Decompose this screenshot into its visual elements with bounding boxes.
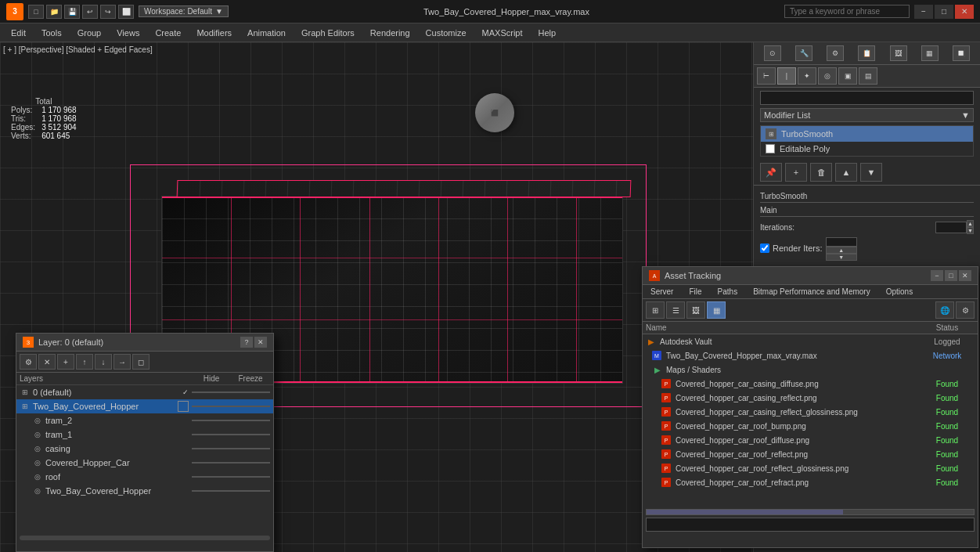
asset-btn-1[interactable]: ⊞ bbox=[646, 301, 665, 319]
object-name-input[interactable]: casing bbox=[760, 91, 974, 105]
redo-btn[interactable]: ↪ bbox=[100, 5, 116, 19]
mod-tool-4[interactable]: ◎ bbox=[818, 67, 837, 85]
asset-row-main-file[interactable]: M Two_Bay_Covered_Hopper_max_vray.max Ne… bbox=[643, 348, 978, 363]
maximize-button[interactable]: □ bbox=[935, 5, 953, 19]
asset-row-casing-diffuse[interactable]: P Covered_hopper_car_casing_diffuse.png … bbox=[643, 377, 978, 391]
rp-icon-3[interactable]: ⚙ bbox=[827, 45, 844, 61]
mod-tool-1[interactable]: ⊢ bbox=[757, 67, 776, 85]
layer-scrollbar[interactable] bbox=[20, 536, 270, 540]
mod-checkbox-ep[interactable] bbox=[766, 144, 775, 153]
menu-maxscript[interactable]: MAXScript bbox=[474, 27, 531, 39]
layer-item-twobay[interactable]: ⊞ Two_Bay_Covered_Hopper bbox=[16, 399, 273, 413]
new-btn[interactable]: □ bbox=[28, 5, 44, 19]
layer-tool-add[interactable]: + bbox=[57, 354, 74, 370]
asset-menu-file[interactable]: File bbox=[681, 285, 709, 298]
layer-tool-delete[interactable]: ✕ bbox=[38, 354, 56, 370]
open-btn[interactable]: 📁 bbox=[46, 5, 62, 19]
iter-up[interactable]: ▲ bbox=[967, 220, 974, 227]
layer-item-covered-hopper[interactable]: ◎ Covered_Hopper_Car bbox=[16, 456, 273, 470]
asset-min-btn[interactable]: − bbox=[931, 270, 943, 281]
menu-help[interactable]: Help bbox=[531, 27, 564, 39]
layer-tool-up[interactable]: ↑ bbox=[76, 354, 93, 370]
asset-row-casing-reflect[interactable]: P Covered_hopper_car_casing_reflect.png … bbox=[643, 391, 978, 405]
layer-tool-move[interactable]: → bbox=[113, 354, 131, 370]
pin-btn[interactable]: 📌 bbox=[760, 163, 782, 182]
rp-icon-6[interactable]: ▦ bbox=[921, 45, 939, 61]
ri-up[interactable]: ▲ bbox=[826, 247, 857, 254]
layer-tool-settings[interactable]: ⚙ bbox=[20, 354, 37, 370]
layer-help-btn[interactable]: ? bbox=[240, 337, 253, 348]
asset-menu-bitmap[interactable]: Bitmap Performance and Memory bbox=[745, 285, 878, 298]
mod-tool-2[interactable]: | bbox=[777, 67, 796, 85]
workspace-selector[interactable]: Workspace: Default ▼ bbox=[139, 5, 229, 17]
render-iters-checkbox[interactable] bbox=[760, 244, 769, 253]
menu-views[interactable]: Views bbox=[109, 27, 147, 39]
asset-row-vault[interactable]: ▶ Autodesk Vault Logged bbox=[643, 334, 978, 348]
mod-tool-6[interactable]: ▤ bbox=[859, 67, 877, 85]
render-iters-input[interactable]: 1 bbox=[826, 237, 857, 247]
select-btn[interactable]: ⬜ bbox=[118, 5, 134, 19]
layer-item-twobay-sub[interactable]: ◎ Two_Bay_Covered_Hopper bbox=[16, 484, 273, 498]
mod-tool-5[interactable]: ▣ bbox=[838, 67, 857, 85]
layer-item-casing[interactable]: ◎ casing bbox=[16, 442, 273, 456]
layer-item-tram1[interactable]: ◎ tram_1 bbox=[16, 428, 273, 442]
move-up-btn[interactable]: ▲ bbox=[835, 163, 857, 182]
asset-row-maps[interactable]: ▶ Maps / Shaders bbox=[643, 363, 978, 377]
rp-icon-7[interactable]: 🔲 bbox=[953, 45, 970, 61]
save-btn[interactable]: 💾 bbox=[64, 5, 80, 19]
minimize-button[interactable]: − bbox=[914, 5, 933, 19]
layer-tool-dn[interactable]: ↓ bbox=[95, 354, 112, 370]
iterations-spinbox[interactable]: 0 ▲ ▼ bbox=[935, 220, 974, 234]
asset-row-roof-bump[interactable]: P Covered_hopper_car_roof_bump.png Found bbox=[643, 419, 978, 433]
ri-dn[interactable]: ▼ bbox=[826, 254, 857, 261]
modifier-list-header[interactable]: Modifier List ▼ bbox=[760, 108, 974, 122]
rp-icon-4[interactable]: 📋 bbox=[858, 45, 875, 61]
rp-icon-2[interactable]: 🔧 bbox=[795, 45, 812, 61]
asset-close-btn[interactable]: ✕ bbox=[959, 270, 971, 281]
asset-btn-4[interactable]: ▦ bbox=[707, 301, 726, 319]
modifier-editable-poly[interactable]: Editable Poly bbox=[761, 142, 973, 156]
undo-btn[interactable]: ↩ bbox=[82, 5, 98, 19]
rp-icon-1[interactable]: ⊙ bbox=[764, 45, 781, 61]
menu-create[interactable]: Create bbox=[147, 27, 189, 39]
add-btn[interactable]: + bbox=[785, 163, 807, 182]
search-input[interactable] bbox=[784, 5, 910, 18]
menu-group[interactable]: Group bbox=[70, 27, 110, 39]
asset-row-roof-refract[interactable]: P Covered_hopper_car_roof_refract.png Fo… bbox=[643, 475, 978, 489]
asset-btn-2[interactable]: ☰ bbox=[666, 301, 685, 319]
asset-menu-paths[interactable]: Paths bbox=[710, 285, 746, 298]
layer-tool-select[interactable]: ◻ bbox=[132, 354, 150, 370]
layer-item-roof[interactable]: ◎ roof bbox=[16, 470, 273, 484]
asset-btn-r2[interactable]: ⚙ bbox=[956, 301, 975, 319]
menu-customize[interactable]: Customize bbox=[418, 27, 474, 39]
mod-tool-3[interactable]: ✦ bbox=[798, 67, 816, 85]
asset-row-roof-reflect[interactable]: P Covered_hopper_car_roof_reflect.png Fo… bbox=[643, 447, 978, 461]
menu-edit[interactable]: Edit bbox=[3, 27, 34, 39]
rp-icon-5[interactable]: 🖼 bbox=[890, 45, 907, 61]
asset-menu-server[interactable]: Server bbox=[643, 285, 681, 298]
iterations-input[interactable]: 0 bbox=[935, 222, 967, 233]
asset-btn-r1[interactable]: 🌐 bbox=[935, 301, 954, 319]
menu-modifiers[interactable]: Modifiers bbox=[189, 27, 240, 39]
asset-row-roof-diffuse[interactable]: P Covered_hopper_car_roof_diffuse.png Fo… bbox=[643, 433, 978, 447]
layer-close-btn[interactable]: ✕ bbox=[254, 337, 267, 348]
render-iters-spinbox[interactable]: 1 ▲ ▼ bbox=[826, 236, 857, 261]
close-button[interactable]: ✕ bbox=[955, 5, 974, 19]
asset-btn-3[interactable]: 🖼 bbox=[686, 301, 705, 319]
asset-row-roof-glossiness[interactable]: P Covered_hopper_car_roof_reflect_glossi… bbox=[643, 461, 978, 475]
menu-tools[interactable]: Tools bbox=[34, 27, 70, 39]
asset-row-casing-glossiness[interactable]: P Covered_hopper_car_casing_reflect_glos… bbox=[643, 405, 978, 419]
nav-cube[interactable]: ⬛ bbox=[475, 93, 522, 140]
asset-input[interactable] bbox=[646, 518, 975, 532]
move-dn-btn[interactable]: ▼ bbox=[860, 163, 882, 182]
layer-item-default[interactable]: ⊞ 0 (default) ✓ bbox=[16, 385, 273, 399]
menu-rendering[interactable]: Rendering bbox=[362, 27, 418, 39]
iter-dn[interactable]: ▼ bbox=[967, 227, 974, 234]
menu-graph-editors[interactable]: Graph Editors bbox=[294, 27, 362, 39]
asset-menu-options[interactable]: Options bbox=[878, 285, 921, 298]
asset-max-btn[interactable]: □ bbox=[945, 270, 957, 281]
menu-animation[interactable]: Animation bbox=[240, 27, 294, 39]
layer-item-tram2[interactable]: ◎ tram_2 bbox=[16, 413, 273, 428]
modifier-turbosmooth[interactable]: ⊞ TurboSmooth bbox=[761, 126, 973, 142]
del-btn[interactable]: 🗑 bbox=[810, 163, 832, 182]
